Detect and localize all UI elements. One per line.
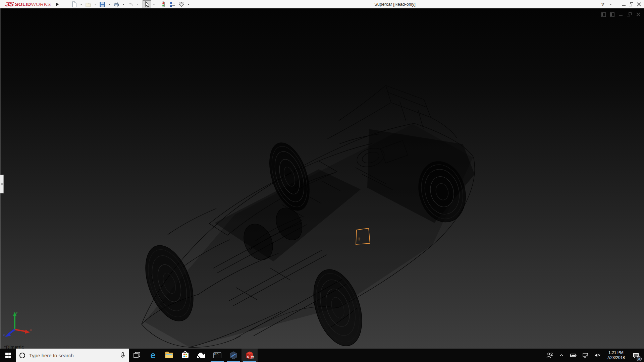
network-icon — [582, 353, 589, 358]
svg-text:x: x — [30, 328, 32, 331]
open-button[interactable] — [84, 0, 93, 8]
file-properties-button[interactable] — [168, 0, 177, 8]
store-button[interactable] — [177, 349, 193, 362]
volume-button[interactable] — [593, 349, 603, 362]
composer-hexagon-icon — [229, 351, 238, 360]
task-view-button[interactable] — [129, 349, 145, 362]
save-dropdown[interactable] — [108, 4, 110, 5]
document-minimize-button[interactable] — [619, 15, 623, 16]
composer-button[interactable] — [225, 349, 241, 362]
file-explorer-button[interactable] — [161, 349, 177, 362]
undo-dropdown[interactable] — [137, 4, 139, 5]
people-icon — [546, 352, 553, 358]
graphics-area[interactable]: y x z *Dimetric — [0, 8, 644, 349]
right-triangle-icon — [56, 3, 59, 6]
clock-date: 7/23/2018 — [607, 355, 625, 360]
help-button[interactable]: ? — [601, 1, 605, 7]
system-tray: 1:21 PM 7/23/2018 3 — [544, 349, 644, 362]
print-dropdown[interactable] — [122, 4, 124, 5]
command-prompt-button[interactable]: C:\_ — [209, 349, 225, 362]
restore-button[interactable] — [629, 2, 633, 6]
windows-logo-icon — [5, 353, 11, 358]
undo-icon — [127, 1, 134, 8]
clock-time: 1:21 PM — [607, 350, 625, 355]
display-pane-right-icon[interactable] — [610, 12, 614, 17]
mail-icon — [197, 353, 205, 358]
command-prompt-icon: C:\_ — [213, 352, 221, 358]
file-properties-icon — [169, 1, 176, 8]
select-dropdown[interactable] — [153, 4, 155, 5]
quick-access-toolbar — [70, 0, 191, 8]
feature-manager-collapsed-tab[interactable] — [0, 175, 4, 193]
speaker-muted-icon — [594, 353, 601, 358]
store-icon — [182, 353, 189, 358]
search-input[interactable] — [29, 353, 116, 358]
svg-text:2017: 2017 — [250, 358, 254, 360]
start-button[interactable] — [0, 349, 16, 362]
close-button[interactable] — [637, 2, 641, 7]
network-button[interactable] — [581, 349, 591, 362]
print-icon — [113, 1, 120, 8]
titlebar: ЗS SOLID WORKS — [0, 0, 644, 8]
mail-button[interactable] — [193, 349, 209, 362]
chevron-up-icon — [559, 353, 564, 357]
rebuild-button[interactable] — [159, 0, 168, 8]
undo-button[interactable] — [126, 0, 135, 8]
hidden-icons-button[interactable] — [557, 349, 566, 362]
orientation-triad[interactable]: y x z — [2, 309, 33, 340]
battery-charging-icon — [570, 353, 577, 358]
people-button[interactable] — [544, 349, 555, 362]
menu-expand-arrow[interactable] — [55, 1, 60, 7]
rebuild-traffic-light-icon — [160, 1, 167, 8]
solidworks-2017-button[interactable]: SW 2017 — [241, 349, 258, 362]
notification-badge: 3 — [637, 356, 642, 361]
expand-panel-icon — [1, 183, 3, 185]
minimize-button[interactable] — [622, 5, 626, 6]
open-folder-icon — [85, 1, 92, 8]
open-dropdown[interactable] — [94, 4, 96, 5]
display-pane-left-icon[interactable] — [601, 12, 606, 17]
svg-text:z: z — [3, 333, 5, 336]
save-icon — [99, 1, 106, 8]
new-document-icon — [71, 1, 77, 8]
options-dropdown[interactable] — [187, 4, 190, 5]
car-wireframe — [0, 8, 644, 349]
battery-button[interactable] — [568, 349, 579, 362]
solidworks-logo: ЗS SOLID WORKS — [5, 0, 51, 8]
cortana-icon — [19, 353, 25, 358]
file-explorer-icon — [165, 353, 173, 358]
new-document-button[interactable] — [70, 0, 78, 8]
taskbar-search[interactable] — [16, 349, 129, 362]
document-restore-button[interactable] — [627, 12, 632, 16]
select-cursor-icon — [144, 1, 150, 8]
edge-button[interactable]: e — [145, 349, 161, 362]
select-button[interactable] — [143, 0, 151, 8]
window-title: Supercar [Read-only] — [374, 2, 416, 7]
clock[interactable]: 1:21 PM 7/23/2018 — [605, 349, 627, 362]
help-dropdown[interactable] — [610, 4, 612, 5]
window-controls: ? — [601, 0, 641, 8]
document-close-button[interactable] — [636, 12, 641, 17]
task-view-icon — [133, 352, 141, 359]
divider — [53, 0, 53, 8]
solidworks-logo-mark: ЗS — [5, 0, 14, 8]
options-button[interactable] — [177, 0, 186, 8]
save-button[interactable] — [98, 0, 107, 8]
action-center-button[interactable]: 3 — [629, 349, 643, 362]
print-button[interactable] — [112, 0, 121, 8]
new-document-dropdown[interactable] — [80, 4, 82, 5]
microphone-icon[interactable] — [120, 352, 125, 359]
svg-text:y: y — [16, 311, 17, 314]
solidworks-2017-icon: SW 2017 — [245, 351, 254, 360]
document-window-controls — [601, 12, 641, 17]
windows-taskbar: e C:\_ SW 2017 — [0, 349, 644, 362]
edge-icon: e — [150, 351, 155, 360]
gear-icon — [178, 1, 185, 8]
view-orientation-label: *Dimetric — [4, 345, 24, 349]
